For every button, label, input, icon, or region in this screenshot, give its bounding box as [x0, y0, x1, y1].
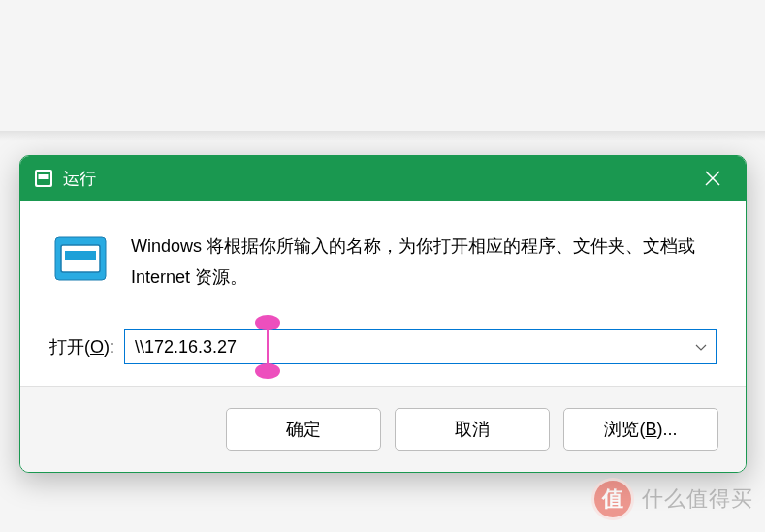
titlebar[interactable]: 运行 [20, 156, 746, 201]
input-row: 打开(O): [49, 329, 717, 364]
svg-rect-2 [39, 174, 49, 179]
watermark-text: 什么值得买 [642, 485, 753, 514]
dialog-footer: 确定 取消 浏览(B)... [20, 386, 746, 472]
dialog-description: Windows 将根据你所输入的名称，为你打开相应的程序、文件夹、文档或 Int… [131, 232, 717, 293]
info-row: Windows 将根据你所输入的名称，为你打开相应的程序、文件夹、文档或 Int… [49, 232, 717, 293]
ok-button[interactable]: 确定 [226, 408, 381, 451]
cancel-button[interactable]: 取消 [395, 408, 550, 451]
watermark-badge: 值 [591, 478, 634, 520]
browse-button[interactable]: 浏览(B)... [563, 408, 718, 451]
watermark: 值 什么值得买 [591, 478, 753, 520]
run-icon-large [53, 234, 108, 288]
open-label: 打开(O): [49, 335, 114, 359]
open-combobox [124, 329, 717, 364]
run-dialog: 运行 Windows 将根据你所输入的名称，为你打开相应的程序、文件夹、文档或 … [19, 155, 747, 473]
svg-rect-8 [65, 251, 96, 260]
close-icon [705, 171, 720, 186]
close-button[interactable] [693, 159, 732, 198]
dialog-title: 运行 [63, 168, 693, 190]
dialog-content: Windows 将根据你所输入的名称，为你打开相应的程序、文件夹、文档或 Int… [20, 201, 746, 386]
backdrop-shadow [0, 131, 765, 141]
open-input[interactable] [124, 329, 717, 364]
run-icon [34, 169, 53, 188]
